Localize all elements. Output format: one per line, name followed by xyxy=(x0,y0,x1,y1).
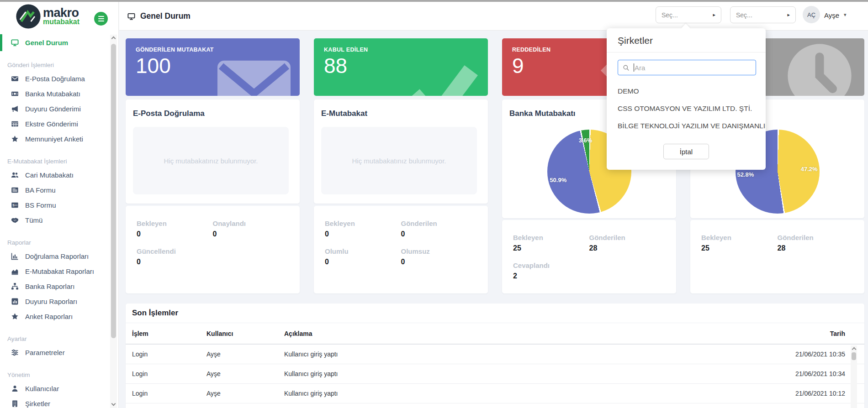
pie-slice-label: 47.2% xyxy=(801,165,818,172)
stat-cell-label: Cevaplandı xyxy=(513,262,589,269)
table-scrollbar[interactable] xyxy=(851,345,857,408)
scroll-up-icon[interactable] xyxy=(852,347,856,352)
sidebar-item-parametreler[interactable]: Parametreler xyxy=(0,345,118,360)
sidebar-item-label: Banka Raporları xyxy=(25,282,74,290)
cari-stats-card: Bekleyen25Gönderilen28 xyxy=(690,220,864,293)
sidebar-item-label: Parametreler xyxy=(25,349,65,356)
sidebar-item-label: BS Formu xyxy=(25,201,56,209)
sidebar-item-t-m[interactable]: Tümü xyxy=(0,213,118,228)
company-search-input[interactable] xyxy=(635,64,751,72)
stat-cell-label: Olumlu xyxy=(325,247,401,255)
company-list-item[interactable]: BİLGE TEKNOLOJİ YAZILIM VE DANIŞMANLIK L… xyxy=(607,117,766,135)
scrollbar-thumb[interactable] xyxy=(111,44,116,338)
card-title: E-Mutabakat xyxy=(314,99,488,118)
window-top-strip xyxy=(0,0,868,2)
clock-icon xyxy=(785,41,854,96)
logo-primary: makro xyxy=(43,7,79,19)
sidebar-item-banka-mutabakat[interactable]: Banka Mutabakatı xyxy=(0,86,118,101)
grid-icon xyxy=(11,120,19,128)
form-dollar-icon: $ xyxy=(11,201,19,209)
sidebar-section-header: Gönderi İşlemleri xyxy=(0,59,118,71)
sidebar-item-ekstre-g-nderimi[interactable]: Ekstre Gönderimi xyxy=(0,116,118,131)
stat-cell: Bekleyen0 xyxy=(137,220,213,238)
stat-cell-value: 28 xyxy=(589,244,666,252)
stat-cell: Olumlu0 xyxy=(325,247,401,266)
sidebar-item-e-posta-do-rulama[interactable]: E-Posta Doğrulama xyxy=(0,71,118,86)
sidebar-scrollbar[interactable] xyxy=(110,35,117,408)
sidebar-item-label: Anket Raporları xyxy=(25,313,73,320)
sidebar-nav: Genel DurumGönderi İşlemleriE-Posta Doğr… xyxy=(0,35,118,408)
table-cell: Ayşe xyxy=(206,350,284,358)
sidebar-item-label: Kullanıcılar xyxy=(25,385,59,392)
sidebar-section-header: Raporlar xyxy=(0,237,118,249)
pie-slice-label: 50.9% xyxy=(550,176,566,183)
sidebar-item-irketler[interactable]: Şirketler xyxy=(0,396,118,408)
stat-cell: Cevaplandı2 xyxy=(513,262,589,280)
cancel-button[interactable]: İptal xyxy=(663,144,709,159)
network-icon xyxy=(11,282,19,290)
sidebar-item-bs-formu[interactable]: $BS Formu xyxy=(0,198,118,213)
bar-chart-icon xyxy=(11,252,19,260)
scrollbar-thumb[interactable] xyxy=(852,352,856,360)
area-chart-icon xyxy=(11,267,19,275)
sidebar-item-banka-raporlar[interactable]: Banka Raporları xyxy=(0,279,118,294)
stat-cell-value: 25 xyxy=(513,244,589,252)
recent-actions-card: Son İşlemler İşlem Kullanıcı Açıklama Ta… xyxy=(126,303,864,408)
company-select[interactable]: Seç... ▸ xyxy=(656,6,721,23)
building-icon xyxy=(11,400,19,408)
table-cell: Kullanıcı giriş yaptı xyxy=(284,390,740,397)
table-row: LoginAyşeKullanıcı giriş yaptı21/06/2021… xyxy=(126,345,864,364)
stat-card-title: KABUL EDİLEN xyxy=(324,47,368,53)
emutabakat-chart-card: E-Mutabakat Hiç mutabakatınız bulunmuyor… xyxy=(314,99,488,204)
company-list: DEMOCSS OTOMASYON VE YAZILIM LTD. ŞTİ.Bİ… xyxy=(607,83,766,135)
period-select[interactable]: Seç... ▸ xyxy=(730,6,796,23)
check-icon xyxy=(406,57,479,96)
scroll-up-icon[interactable] xyxy=(111,37,116,41)
sidebar-item-e-mutabakat-raporlar[interactable]: E-Mutabakat Raporları xyxy=(0,264,118,279)
sidebar-toggle-button[interactable] xyxy=(94,12,108,26)
sliders-icon xyxy=(11,349,19,356)
column-header: Tarih xyxy=(740,330,845,337)
handshake-icon xyxy=(11,216,19,224)
sidebar-item-label: Memnuniyet Anketi xyxy=(25,135,83,143)
sidebar-item-cari-mutabakat[interactable]: Cari Mutabakatı xyxy=(0,167,118,183)
stat-card-2: KABUL EDİLEN88 xyxy=(314,38,488,96)
table-header: İşlem Kullanıcı Açıklama Tarih xyxy=(126,323,864,345)
scroll-down-icon[interactable] xyxy=(111,402,116,406)
avatar[interactable]: AÇ xyxy=(803,6,820,23)
column-header: Açıklama xyxy=(284,330,740,337)
table-body: LoginAyşeKullanıcı giriş yaptı21/06/2021… xyxy=(126,345,864,403)
eposta-chart-card: E-Posta Doğrulama Hiç mutabakatınız bulu… xyxy=(126,99,300,204)
sidebar-item-kullan-c-lar[interactable]: Kullanıcılar xyxy=(0,381,118,396)
company-list-item[interactable]: DEMO xyxy=(607,83,766,100)
stat-cell-label: Bekleyen xyxy=(701,234,778,241)
stats-grid: Bekleyen0Onaylandı0Güncellendi0 xyxy=(126,206,300,266)
sidebar-item-do-rulama-raporlar[interactable]: Doğrulama Raporları xyxy=(0,249,118,264)
sidebar-item-ba-formu[interactable]: BA Formu xyxy=(0,183,118,198)
empty-state: Hiç mutabakatınız bulunmuyor. xyxy=(133,127,289,194)
period-select-value: Seç... xyxy=(736,11,752,19)
star-icon xyxy=(11,135,19,143)
table-row: LoginAyşeKullanıcı giriş yaptı21/06/2021… xyxy=(126,384,864,403)
column-header: Kullanıcı xyxy=(206,330,284,337)
stat-cell-value: 0 xyxy=(325,230,401,238)
stat-cell-value: 25 xyxy=(701,244,778,252)
user-menu[interactable]: Ayşe xyxy=(824,11,839,19)
sidebar-item-memnuniyet-anketi[interactable]: Memnuniyet Anketi xyxy=(0,131,118,146)
sidebar-item-label: Cari Mutabakatı xyxy=(25,171,74,179)
banknote-icon xyxy=(11,90,19,98)
sidebar-item-label: Duyuru Gönderimi xyxy=(25,105,81,113)
table-cell: 21/06/2021 10:35 xyxy=(740,350,845,358)
sidebar-item-label: Genel Durum xyxy=(25,39,68,47)
company-search-box[interactable] xyxy=(618,60,756,75)
sidebar-item-duyuru-raporlar[interactable]: Duyuru Raporları xyxy=(0,294,118,309)
sidebar-item-duyuru-g-nderimi[interactable]: Duyuru Gönderimi xyxy=(0,101,118,116)
stat-cell-value: 2 xyxy=(513,272,589,280)
envelope-icon xyxy=(11,75,19,83)
stat-cell: Bekleyen25 xyxy=(513,234,589,252)
sidebar-item-genel-durum[interactable]: Genel Durum xyxy=(0,35,118,50)
company-list-item[interactable]: CSS OTOMASYON VE YAZILIM LTD. ŞTİ. xyxy=(607,100,766,117)
empty-state: Hiç mutabakatınız bulunmuyor. xyxy=(321,127,477,194)
sidebar-item-anket-raporlar[interactable]: Anket Raporları xyxy=(0,309,118,324)
star-icon xyxy=(11,313,19,320)
